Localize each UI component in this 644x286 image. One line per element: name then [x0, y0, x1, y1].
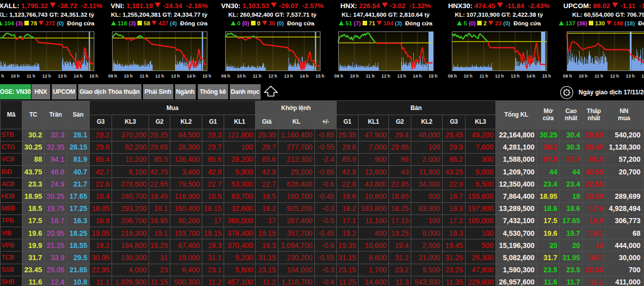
svg-text:15 h: 15 h	[315, 74, 324, 79]
svg-text:14 h: 14 h	[641, 74, 644, 79]
svg-text:11 h: 11 h	[26, 74, 35, 79]
svg-text:15 h: 15 h	[202, 74, 211, 79]
svg-text:11 h: 11 h	[595, 74, 603, 79]
svg-text:10 h: 10 h	[463, 74, 472, 79]
svg-text:09 h: 09 h	[221, 74, 230, 79]
svg-text:12 h: 12 h	[495, 74, 504, 79]
svg-text:14 h: 14 h	[74, 74, 82, 79]
svg-text:12 h: 12 h	[155, 74, 164, 79]
svg-text:13 h: 13 h	[58, 74, 66, 79]
svg-text:10 h: 10 h	[237, 74, 245, 79]
svg-text:10 h: 10 h	[350, 74, 359, 79]
svg-text:09 h: 09 h	[448, 74, 456, 79]
svg-text:10 h: 10 h	[579, 74, 587, 79]
svg-text:12 h: 12 h	[610, 74, 619, 79]
svg-text:15 h: 15 h	[89, 74, 98, 79]
svg-text:13 h: 13 h	[284, 74, 293, 79]
svg-text:11 h: 11 h	[139, 74, 148, 79]
svg-text:12 h: 12 h	[382, 74, 390, 79]
svg-text:13 h: 13 h	[171, 74, 180, 79]
svg-text:13 h: 13 h	[398, 74, 406, 79]
svg-text:09 h: 09 h	[335, 74, 343, 79]
svg-text:09 h: 09 h	[0, 74, 4, 79]
svg-text:14 h: 14 h	[300, 74, 308, 79]
svg-text:15 h: 15 h	[429, 74, 438, 79]
svg-text:11 h: 11 h	[479, 74, 488, 79]
svg-text:15 h: 15 h	[542, 74, 551, 79]
svg-text:10 h: 10 h	[11, 74, 19, 79]
svg-text:11 h: 11 h	[366, 74, 375, 79]
svg-text:14 h: 14 h	[526, 74, 535, 79]
svg-text:13 h: 13 h	[511, 74, 519, 79]
svg-text:11 h: 11 h	[253, 74, 262, 79]
svg-text:09 h: 09 h	[108, 74, 117, 79]
svg-text:14 h: 14 h	[187, 74, 195, 79]
svg-text:09 h: 09 h	[563, 74, 571, 79]
svg-text:12 h: 12 h	[42, 74, 51, 79]
svg-text:14 h: 14 h	[413, 74, 422, 79]
svg-text:10 h: 10 h	[124, 74, 132, 79]
svg-text:12 h: 12 h	[268, 74, 277, 79]
svg-text:13 h: 13 h	[626, 74, 634, 79]
